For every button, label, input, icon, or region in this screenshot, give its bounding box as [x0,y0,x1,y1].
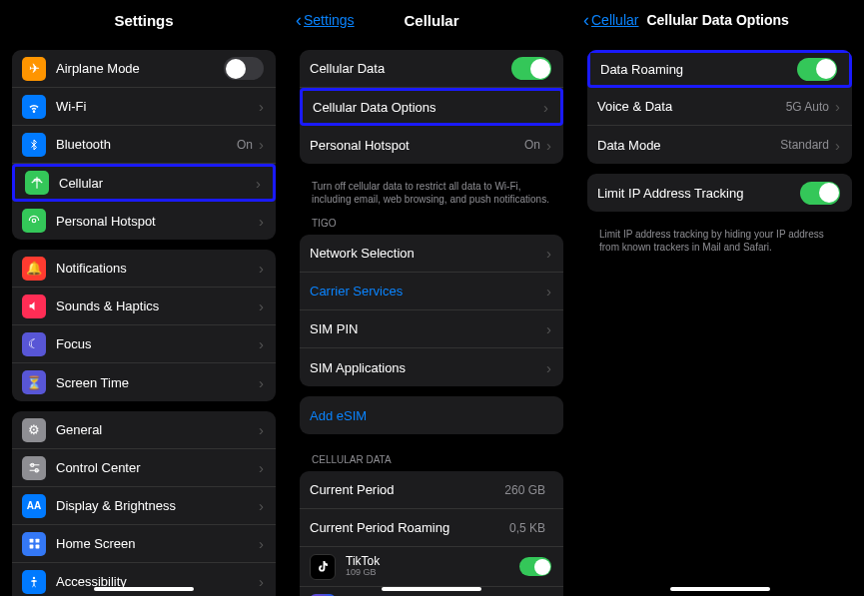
toggle-app[interactable] [519,557,551,576]
cellular-screen: ‹ Settings Cellular Cellular Data Cellul… [288,0,575,596]
wifi-icon [22,95,46,119]
home-indicator[interactable] [94,587,194,591]
hourglass-icon: ⏳ [22,370,46,394]
chevron-right-icon: › [546,245,551,262]
speaker-icon [22,295,46,318]
row-control-center[interactable]: Control Center › [12,449,276,487]
label: Network Selection [310,246,546,261]
chevron-right-icon: › [259,374,264,391]
value: 260 GB [504,483,545,497]
chevron-right-icon: › [259,421,264,438]
chevron-right-icon: › [259,459,264,476]
toggle-limit-ip[interactable] [800,182,840,205]
label: Home Screen [56,536,259,551]
back-button[interactable]: ‹ Cellular [583,11,638,29]
label: Data Roaming [600,62,797,77]
svg-rect-8 [29,545,33,549]
group-options: Data Roaming Voice & Data 5G Auto › Data… [587,50,852,164]
group-cell-main: Cellular Data Cellular Data Options › Pe… [300,50,563,164]
row-add-esim[interactable]: Add eSIM [300,396,563,434]
row-display[interactable]: AA Display & Brightness › [12,487,276,525]
chevron-right-icon: › [835,98,840,115]
label: Display & Brightness [56,498,259,513]
label: Wi-Fi [56,99,259,114]
row-sounds[interactable]: Sounds & Haptics › [12,288,276,325]
toggle-airplane[interactable] [224,57,264,80]
row-limit-ip[interactable]: Limit IP Address Tracking [587,174,852,212]
chevron-right-icon: › [546,320,551,337]
row-data-roaming[interactable]: Data Roaming [587,50,852,88]
row-notifications[interactable]: 🔔 Notifications › [12,250,276,288]
row-current-period-roaming[interactable]: Current Period Roaming 0,5 KB [300,509,563,547]
label: Notifications [56,261,259,276]
row-data-mode[interactable]: Data Mode Standard › [587,126,852,164]
label: SIM Applications [310,360,546,375]
chevron-left-icon: ‹ [296,11,302,29]
hotspot-icon [22,209,46,233]
home-indicator[interactable] [382,587,481,591]
settings-screen: Settings ✈ Airplane Mode Wi-Fi › Bluetoo… [0,0,288,596]
chevron-right-icon: › [546,359,551,376]
label: Voice & Data [597,99,786,114]
chevron-right-icon: › [259,535,264,552]
toggle-cellular-data[interactable] [511,57,551,80]
header: ‹ Cellular Cellular Data Options [575,0,864,40]
row-wifi[interactable]: Wi-Fi › [12,88,276,126]
chevron-left-icon: ‹ [583,11,589,29]
row-carrier-services[interactable]: Carrier Services › [300,273,563,310]
value: 0,5 KB [509,521,545,535]
accessibility-icon [22,570,46,594]
label: Data Mode [597,138,780,153]
chevron-right-icon: › [835,137,840,154]
chevron-right-icon: › [259,335,264,352]
value: 5G Auto [786,100,829,114]
chevron-right-icon: › [259,497,264,514]
label: Cellular Data Options [313,100,543,115]
row-hotspot[interactable]: Personal Hotspot › [12,202,276,240]
toggle-data-roaming[interactable] [797,58,837,81]
row-voice-data[interactable]: Voice & Data 5G Auto › [587,88,852,126]
label: Carrier Services [310,284,546,298]
group-ip-tracking: Limit IP Address Tracking [587,174,852,212]
footer-note: Turn off cellular data to restrict all d… [288,174,575,208]
chevron-right-icon: › [546,137,551,154]
row-cellular-data-options[interactable]: Cellular Data Options › [300,88,563,126]
back-label: Settings [304,12,355,28]
cellular-data-options-screen: ‹ Cellular Cellular Data Options Data Ro… [575,0,864,596]
chevron-right-icon: › [259,573,264,590]
tiktok-icon [310,554,336,580]
row-personal-hotspot[interactable]: Personal Hotspot On › [300,126,563,164]
chevron-right-icon: › [259,260,264,277]
row-network-selection[interactable]: Network Selection › [300,235,563,273]
header: Settings [0,0,288,40]
label: Current Period Roaming [310,520,509,535]
svg-point-1 [32,219,36,223]
row-sim-apps[interactable]: SIM Applications › [300,348,563,386]
back-button[interactable]: ‹ Settings [296,11,355,29]
label: Cellular Data [310,61,511,76]
home-indicator[interactable] [670,587,770,591]
row-bluetooth[interactable]: Bluetooth On › [12,126,276,164]
value: On [524,138,540,152]
chevron-right-icon: › [259,136,264,153]
row-app-tiktok[interactable]: TikTok109 GB [300,547,563,587]
moon-icon: ☾ [22,332,46,356]
text-size-icon: AA [22,494,46,518]
row-homescreen[interactable]: Home Screen › [12,525,276,563]
row-accessibility[interactable]: Accessibility › [12,563,276,596]
section-header-celldata: CELLULAR DATA [288,444,575,469]
row-airplane[interactable]: ✈ Airplane Mode [12,50,276,88]
row-current-period[interactable]: Current Period 260 GB [300,471,563,509]
row-cellular-data[interactable]: Cellular Data [300,50,563,88]
chevron-right-icon: › [543,99,548,116]
row-general[interactable]: ⚙ General › [12,411,276,449]
row-screentime[interactable]: ⏳ Screen Time › [12,363,276,401]
row-sim-pin[interactable]: SIM PIN › [300,310,563,348]
row-cellular[interactable]: Cellular › [12,164,276,202]
gear-icon: ⚙ [22,418,46,442]
group-alerts: 🔔 Notifications › Sounds & Haptics › ☾ F… [12,250,276,401]
section-header-tigo: TIGO [288,208,575,233]
row-focus[interactable]: ☾ Focus › [12,325,276,363]
label: Add eSIM [310,408,551,423]
label: Current Period [310,482,504,497]
